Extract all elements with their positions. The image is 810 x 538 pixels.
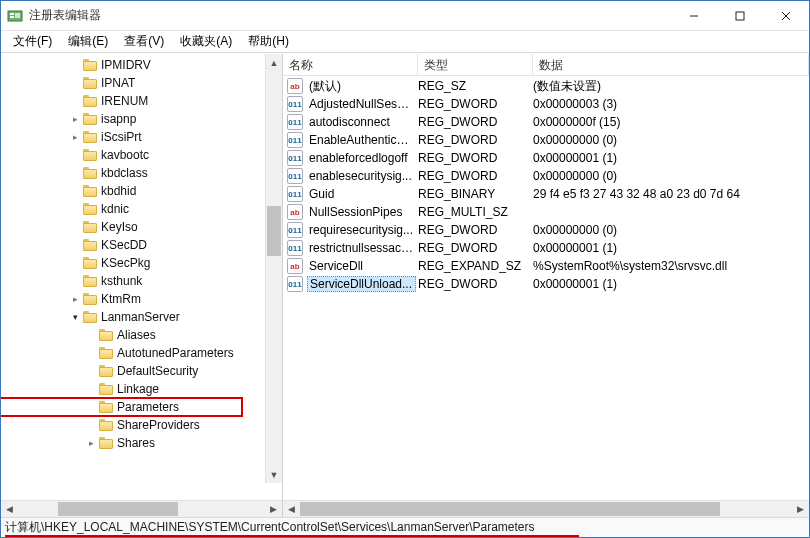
value-name: AdjustedNullSessi...: [307, 97, 416, 111]
value-data: 0x00000000 (0): [531, 223, 809, 237]
tree-item[interactable]: ▸kdnic: [1, 200, 242, 218]
menu-view[interactable]: 查看(V): [116, 31, 172, 52]
value-type: REG_BINARY: [416, 187, 531, 201]
values-pane[interactable]: 名称 类型 数据 ab(默认)REG_SZ(数值未设置)011AdjustedN…: [283, 54, 809, 517]
tree-item[interactable]: ▸Shares: [1, 434, 242, 452]
value-row[interactable]: 011EnableAuthenticat...REG_DWORD0x000000…: [283, 131, 809, 149]
svg-rect-1: [10, 13, 14, 15]
folder-icon: [83, 203, 97, 215]
folder-icon: [99, 383, 113, 395]
tree-item-label: AutotunedParameters: [117, 346, 234, 360]
tree-vscrollbar[interactable]: ▲ ▼: [265, 54, 282, 483]
tree-item[interactable]: ▸Aliases: [1, 326, 242, 344]
value-name: (默认): [307, 78, 416, 95]
tree-item[interactable]: ▸kavbootc: [1, 146, 242, 164]
scroll-thumb[interactable]: [267, 206, 281, 256]
value-name: enablesecuritysig...: [307, 169, 416, 183]
value-type: REG_DWORD: [416, 151, 531, 165]
menu-edit[interactable]: 编辑(E): [60, 31, 116, 52]
tree-item[interactable]: ▸Linkage: [1, 380, 242, 398]
tree-item[interactable]: ▸DefaultSecurity: [1, 362, 242, 380]
tree-item[interactable]: ▸IRENUM: [1, 92, 242, 110]
tree-item[interactable]: ▸KeyIso: [1, 218, 242, 236]
expander-closed-icon[interactable]: ▸: [69, 131, 81, 143]
tree-item[interactable]: ▸kbdclass: [1, 164, 242, 182]
value-row[interactable]: ab(默认)REG_SZ(数值未设置): [283, 77, 809, 95]
column-data[interactable]: 数据: [533, 54, 809, 75]
tree-item-label: ksthunk: [101, 274, 142, 288]
tree-item[interactable]: ▸AutotunedParameters: [1, 344, 242, 362]
tree-item[interactable]: ▸IPNAT: [1, 74, 242, 92]
tree-item-label: isapnp: [101, 112, 136, 126]
value-row[interactable]: 011GuidREG_BINARY29 f4 e5 f3 27 43 32 48…: [283, 185, 809, 203]
close-button[interactable]: [763, 1, 809, 30]
tree-item-label: DefaultSecurity: [117, 364, 198, 378]
value-row[interactable]: 011enableforcedlogoffREG_DWORD0x00000001…: [283, 149, 809, 167]
tree-item-label: IPNAT: [101, 76, 135, 90]
menubar: 文件(F) 编辑(E) 查看(V) 收藏夹(A) 帮助(H): [1, 31, 809, 53]
folder-icon: [99, 437, 113, 449]
folder-icon: [99, 329, 113, 341]
tree-item[interactable]: ▸kbdhid: [1, 182, 242, 200]
tree-item[interactable]: ▸KSecDD: [1, 236, 242, 254]
value-row[interactable]: 011requiresecuritysig...REG_DWORD0x00000…: [283, 221, 809, 239]
tree-item-label: Linkage: [117, 382, 159, 396]
value-data: (数值未设置): [531, 78, 809, 95]
scroll-left-icon[interactable]: ◀: [1, 501, 18, 518]
value-data: 0x00000003 (3): [531, 97, 809, 111]
value-name: EnableAuthenticat...: [307, 133, 416, 147]
string-value-icon: ab: [287, 204, 303, 220]
scroll-right-icon[interactable]: ▶: [792, 501, 809, 518]
menu-favorites[interactable]: 收藏夹(A): [172, 31, 240, 52]
folder-icon: [83, 257, 97, 269]
menu-file[interactable]: 文件(F): [5, 31, 60, 52]
minimize-button[interactable]: [671, 1, 717, 30]
values-hscrollbar[interactable]: ◀ ▶: [283, 500, 809, 517]
tree-item-label: Parameters: [117, 400, 179, 414]
scroll-thumb-h[interactable]: [300, 502, 720, 516]
expander-closed-icon[interactable]: ▸: [69, 293, 81, 305]
value-row[interactable]: 011enablesecuritysig...REG_DWORD0x000000…: [283, 167, 809, 185]
svg-rect-5: [736, 12, 744, 20]
tree-item[interactable]: ▾LanmanServer: [1, 308, 242, 326]
scroll-right-icon[interactable]: ▶: [265, 501, 282, 518]
tree-item[interactable]: ▸IPMIDRV: [1, 56, 242, 74]
folder-icon: [99, 419, 113, 431]
scroll-left-icon[interactable]: ◀: [283, 501, 300, 518]
value-row[interactable]: 011restrictnullsessacc...REG_DWORD0x0000…: [283, 239, 809, 257]
tree-item[interactable]: ▸ShareProviders: [1, 416, 242, 434]
value-data: 0x0000000f (15): [531, 115, 809, 129]
tree-item[interactable]: ▸isapnp: [1, 110, 242, 128]
menu-help[interactable]: 帮助(H): [240, 31, 297, 52]
tree-item[interactable]: ▸KtmRm: [1, 290, 242, 308]
maximize-button[interactable]: [717, 1, 763, 30]
column-type[interactable]: 类型: [418, 54, 533, 75]
tree-item-label: iScsiPrt: [101, 130, 142, 144]
tree-item[interactable]: ▸KSecPkg: [1, 254, 242, 272]
scroll-thumb-h[interactable]: [58, 502, 178, 516]
expander-closed-icon[interactable]: ▸: [69, 113, 81, 125]
value-row[interactable]: abServiceDllREG_EXPAND_SZ%SystemRoot%\sy…: [283, 257, 809, 275]
value-row[interactable]: 011ServiceDllUnload...REG_DWORD0x0000000…: [283, 275, 809, 293]
window-controls: [671, 1, 809, 30]
scroll-down-icon[interactable]: ▼: [266, 466, 282, 483]
value-row[interactable]: 011autodisconnectREG_DWORD0x0000000f (15…: [283, 113, 809, 131]
binary-value-icon: 011: [287, 114, 303, 130]
expander-closed-icon[interactable]: ▸: [85, 437, 97, 449]
tree-hscrollbar[interactable]: ◀ ▶: [1, 500, 282, 517]
tree-item[interactable]: ▸Parameters: [1, 398, 242, 416]
folder-icon: [83, 311, 97, 323]
column-name[interactable]: 名称: [283, 54, 418, 75]
tree-item-label: Shares: [117, 436, 155, 450]
expander-open-icon[interactable]: ▾: [69, 311, 81, 323]
value-row[interactable]: abNullSessionPipesREG_MULTI_SZ: [283, 203, 809, 221]
tree-pane[interactable]: ▸IPMIDRV▸IPNAT▸IRENUM▸isapnp▸iScsiPrt▸ka…: [1, 54, 283, 517]
tree-item[interactable]: ▸iScsiPrt: [1, 128, 242, 146]
scroll-up-icon[interactable]: ▲: [266, 54, 282, 71]
tree-item[interactable]: ▸ksthunk: [1, 272, 242, 290]
value-name: Guid: [307, 187, 416, 201]
value-type: REG_DWORD: [416, 115, 531, 129]
titlebar[interactable]: 注册表编辑器: [1, 1, 809, 31]
value-type: REG_DWORD: [416, 133, 531, 147]
value-row[interactable]: 011AdjustedNullSessi...REG_DWORD0x000000…: [283, 95, 809, 113]
